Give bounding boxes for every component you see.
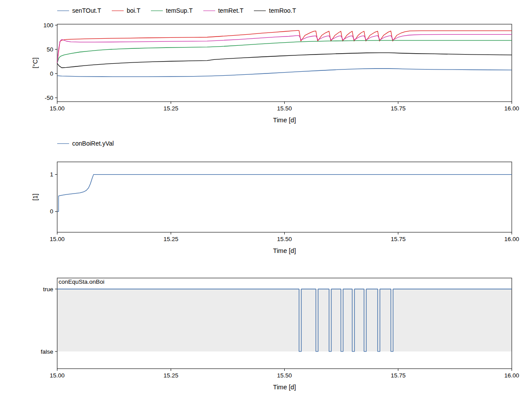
x-tick-label: 16.00 — [504, 236, 519, 242]
legend-line-sample — [254, 11, 266, 11]
x-tick-label: 15.00 — [50, 372, 65, 379]
legend-label: senTOut.T — [72, 7, 101, 14]
boiler-on-plot-area: 15.0015.2515.5015.7516.00falsetrueTime [… — [0, 271, 532, 396]
temperature-plot-area: 15.0015.2515.5015.7516.00-50050100Time [… — [0, 18, 532, 132]
x-tick-label: 16.00 — [504, 105, 519, 112]
x-tick-label: 15.75 — [391, 372, 406, 379]
x-tick-label: 15.75 — [391, 236, 406, 242]
series-line-temRoo.T — [57, 53, 512, 68]
simulation-plots-page: senTOut.Tboi.TtemSup.TtemRet.TtemRoo.T 1… — [0, 0, 532, 399]
legend-label: temSup.T — [166, 7, 193, 14]
legend-label: boi.T — [127, 7, 140, 14]
temperature-chart-legend: senTOut.Tboi.TtemSup.TtemRet.TtemRoo.T — [57, 6, 296, 15]
x-tick-label: 15.50 — [277, 105, 292, 112]
x-tick-label: 16.00 — [504, 372, 519, 379]
plot-border — [57, 162, 512, 232]
y-tick-label: -50 — [44, 95, 53, 101]
x-tick-label: 15.75 — [391, 105, 406, 112]
x-tick-label: 15.25 — [163, 372, 178, 379]
legend-label: conBoiRet.yVal — [72, 140, 114, 147]
y-tick-label: 0 — [50, 208, 53, 215]
y-tick-label: 50 — [47, 46, 53, 53]
legend-item-conBoiRet.yVal: conBoiRet.yVal — [57, 140, 114, 147]
x-tick-label: 15.25 — [163, 105, 178, 112]
valve-signal-plot-area: 15.0015.2515.5015.7516.0001Time [d][1] — [0, 150, 532, 260]
y-tick-label: 0 — [50, 70, 53, 77]
x-axis-label: Time [d] — [273, 247, 296, 254]
legend-item-temRet.T: temRet.T — [203, 7, 244, 14]
legend-item-senTOut.T: senTOut.T — [57, 7, 101, 14]
y-tick-label: false — [40, 348, 53, 355]
y-tick-label: 1 — [50, 171, 53, 178]
legend-item-temRoo.T: temRoo.T — [254, 7, 296, 14]
series-line-boi.T — [57, 30, 512, 63]
boolean-true-false-band — [57, 289, 512, 351]
series-line-conBoiRet.yVal — [57, 175, 512, 212]
inner-plot-label: conEquSta.onBoi — [59, 278, 104, 285]
legend-item-temSup.T: temSup.T — [151, 7, 193, 14]
legend-line-sample — [151, 11, 163, 11]
x-tick-label: 15.50 — [277, 372, 292, 379]
series-line-senTOut.T — [57, 69, 512, 77]
y-axis-label: [°C] — [32, 58, 39, 68]
series-line-temSup.T — [57, 40, 512, 63]
x-tick-label: 15.25 — [163, 236, 178, 242]
legend-line-sample — [57, 143, 69, 144]
legend-label: temRoo.T — [269, 7, 296, 14]
y-tick-label: true — [43, 286, 53, 293]
x-axis-label: Time [d] — [273, 384, 296, 391]
x-tick-label: 15.00 — [50, 236, 65, 242]
legend-line-sample — [112, 11, 124, 11]
legend-item-boi.T: boi.T — [112, 7, 140, 14]
x-tick-label: 15.50 — [277, 236, 292, 242]
legend-label: temRet.T — [218, 7, 244, 14]
x-axis-label: Time [d] — [273, 117, 296, 124]
x-tick-label: 15.00 — [50, 105, 65, 112]
legend-line-sample — [203, 11, 215, 11]
y-tick-label: 100 — [43, 22, 53, 29]
legend-line-sample — [57, 11, 69, 11]
y-axis-label: [1] — [32, 194, 39, 201]
valve-signal-chart-legend: conBoiRet.yVal — [57, 139, 114, 148]
